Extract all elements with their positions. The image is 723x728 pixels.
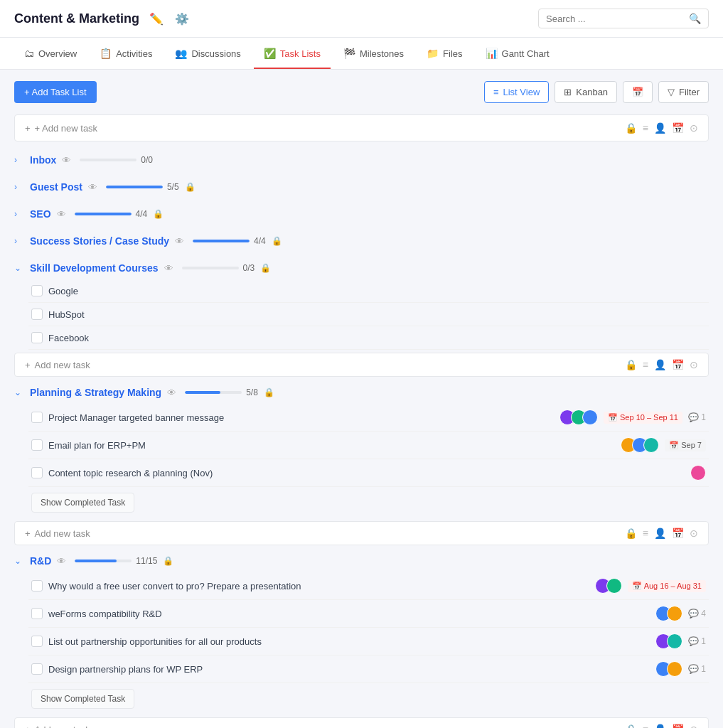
tab-gantt-chart[interactable]: 📊 Gantt Chart — [476, 38, 559, 69]
task-list-header[interactable]: ⌄R&D👁11/15🔒 — [14, 548, 709, 572]
task-list-header[interactable]: ⌄Planning & Strategy Making👁5/8🔒 — [14, 380, 709, 404]
eye-icon: 👁 — [88, 182, 97, 193]
task-checkbox[interactable] — [31, 663, 43, 675]
person-icon: 👤 — [654, 122, 666, 134]
task-list-section: ›Success Stories / Case Study👁4/4🔒 — [14, 228, 709, 252]
lock-icon: 🔒 — [260, 263, 271, 273]
progress-bar-container: 0/3 — [182, 263, 255, 273]
task-item: weForms compatibility R&D💬 4 — [28, 600, 709, 628]
task-checkbox[interactable] — [31, 636, 43, 647]
task-name: Email plan for ERP+PM — [48, 440, 615, 451]
progress-text: 0/3 — [243, 263, 255, 273]
avatar — [667, 661, 682, 677]
task-lists-icon: ✅ — [264, 48, 276, 59]
app-header: Content & Marketing ✏️ ⚙️ 🔍 — [0, 0, 723, 38]
header-icons: ✏️ ⚙️ — [146, 11, 192, 27]
task-list-header[interactable]: ›SEO👁4/4🔒 — [14, 201, 709, 225]
tab-milestones[interactable]: 🏁 Milestones — [333, 38, 414, 69]
task-checkbox[interactable] — [31, 467, 43, 478]
inner-lock-icon: 🔒 — [625, 528, 637, 539]
show-completed-button[interactable]: Show Completed Task — [31, 689, 134, 709]
task-list-header[interactable]: ⌄Skill Development Courses👁0/3🔒 — [14, 255, 709, 279]
inner-list-icon: ≡ — [643, 359, 648, 370]
calendar-button[interactable]: 📅 — [623, 81, 653, 103]
add-inner-plus: + — [25, 724, 31, 729]
avatar-group — [655, 606, 682, 621]
task-list-header[interactable]: ›Success Stories / Case Study👁4/4🔒 — [14, 228, 709, 252]
task-items: Project Manager targeted banner message📅… — [28, 404, 709, 487]
inner-add-task-row[interactable]: + Add new task 🔒 ≡ 👤 📅 ⊙ — [14, 353, 709, 377]
task-item: List out partnership opportunities for a… — [28, 628, 709, 655]
eye-icon: 👁 — [164, 263, 173, 274]
progress-bar-bg — [193, 240, 250, 242]
add-task-plus-icon: + — [25, 123, 31, 134]
tab-task-lists[interactable]: ✅ Task Lists — [254, 38, 331, 69]
search-input[interactable] — [546, 14, 689, 24]
task-name: List out partnership opportunities for a… — [48, 636, 650, 647]
tab-overview[interactable]: 🗂 Overview — [14, 38, 87, 69]
search-icon: 🔍 — [689, 13, 701, 24]
add-inner-plus: + — [25, 528, 31, 539]
avatar — [667, 606, 682, 621]
filter-icon: ▽ — [668, 87, 675, 97]
task-list-header[interactable]: ›Guest Post👁5/5🔒 — [14, 174, 709, 198]
task-checkbox[interactable] — [31, 608, 43, 619]
progress-bar-fill — [193, 240, 250, 242]
task-checkbox[interactable] — [31, 439, 43, 451]
progress-text: 4/4 — [136, 209, 148, 219]
task-checkbox[interactable] — [31, 285, 43, 296]
progress-bar-container: 0/0 — [80, 155, 153, 165]
inner-add-icons: 🔒 ≡ 👤 📅 ⊙ — [625, 724, 698, 728]
kanban-button[interactable]: ⊞ Kanban — [555, 81, 617, 103]
task-item: Why would a free user convert to pro? Pr… — [28, 572, 709, 600]
task-checkbox[interactable] — [31, 412, 43, 423]
tab-discussions[interactable]: 👥 Discussions — [165, 38, 250, 69]
add-task-list-button[interactable]: + Add Task List — [14, 81, 97, 103]
settings-button[interactable]: ⚙️ — [172, 11, 192, 27]
edit-button[interactable]: ✏️ — [146, 11, 166, 27]
header-left: Content & Marketing ✏️ ⚙️ — [14, 11, 192, 27]
task-lists-container: ›Inbox👁0/0›Guest Post👁5/5🔒›SEO👁4/4🔒›Succ… — [14, 147, 709, 728]
task-checkbox[interactable] — [31, 332, 43, 343]
inner-add-task-row[interactable]: + Add new task 🔒 ≡ 👤 📅 ⊙ — [14, 521, 709, 545]
progress-bar-fill — [185, 391, 220, 394]
toolbar: + Add Task List ≡ List View ⊞ Kanban 📅 ▽… — [14, 81, 709, 103]
task-list-section: ⌄Planning & Strategy Making👁5/8🔒Project … — [14, 380, 709, 545]
add-inner-plus: + — [25, 360, 31, 370]
chevron-icon: ⌄ — [14, 387, 24, 397]
task-checkbox[interactable] — [31, 309, 43, 320]
global-add-task-row[interactable]: + + Add new task 🔒 ≡ 👤 📅 ⊙ — [14, 114, 709, 141]
inner-cal-icon: 📅 — [672, 724, 684, 728]
progress-bar-bg — [182, 267, 239, 269]
filter-button[interactable]: ▽ Filter — [658, 81, 709, 103]
search-box: 🔍 — [538, 9, 709, 28]
inner-add-task-row[interactable]: + Add new task 🔒 ≡ 👤 📅 ⊙ — [14, 717, 709, 728]
eye-icon: 👁 — [167, 387, 176, 398]
chevron-icon: › — [14, 209, 24, 219]
task-checkbox[interactable] — [31, 580, 43, 592]
task-list-title: Planning & Strategy Making — [30, 387, 161, 398]
avatar — [606, 578, 622, 594]
tab-files[interactable]: 📁 Files — [417, 38, 472, 69]
inner-person-icon: 👤 — [654, 724, 666, 728]
list-view-button[interactable]: ≡ List View — [484, 81, 549, 103]
chevron-icon: › — [14, 236, 24, 246]
inner-check-icon: ⊙ — [690, 359, 698, 370]
avatar-group — [595, 578, 622, 594]
list-icon: ≡ — [643, 122, 648, 134]
task-list-header[interactable]: ›Inbox👁0/0 — [14, 147, 709, 171]
inner-list-icon: ≡ — [643, 528, 648, 539]
task-name: Content topic research & planning (Nov) — [48, 468, 685, 478]
chevron-icon: ⌄ — [14, 556, 24, 566]
task-item: Facebook — [28, 326, 709, 350]
progress-bar-container: 11/15 — [75, 556, 157, 566]
task-name: Facebook — [48, 333, 700, 343]
lock-icon: 🔒 — [264, 387, 274, 397]
task-meta: 💬 1 — [655, 633, 706, 649]
avatar — [667, 633, 682, 649]
comment-count: 💬 1 — [688, 664, 706, 674]
inner-person-icon: 👤 — [654, 359, 666, 370]
tab-activities[interactable]: 📋 Activities — [90, 38, 162, 69]
show-completed-button[interactable]: Show Completed Task — [31, 493, 134, 513]
task-items: GoogleHubSpotFacebook — [28, 279, 709, 350]
